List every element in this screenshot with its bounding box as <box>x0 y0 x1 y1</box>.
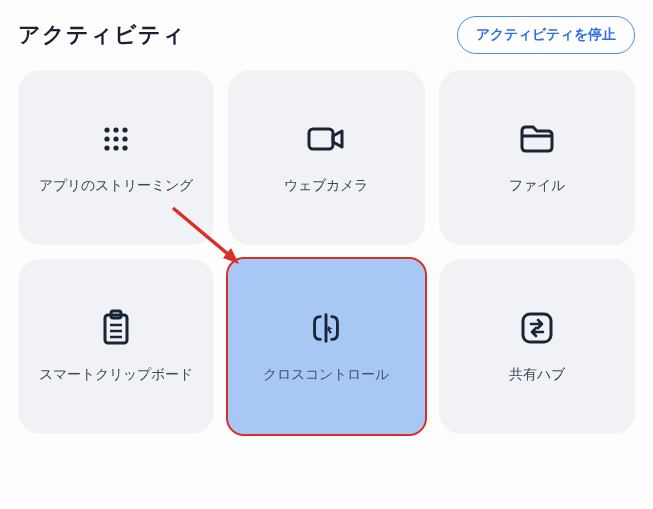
camera-icon <box>306 119 346 159</box>
header: アクティビティ アクティビティを停止 <box>0 0 653 62</box>
stop-activity-button[interactable]: アクティビティを停止 <box>457 16 635 54</box>
tile-smart-clipboard[interactable]: スマートクリップボード <box>18 259 214 434</box>
svg-point-7 <box>114 145 119 150</box>
folder-icon <box>517 119 557 159</box>
svg-point-8 <box>123 145 128 150</box>
clipboard-icon <box>96 308 136 348</box>
tile-label: スマートクリップボード <box>39 364 193 385</box>
tile-webcam[interactable]: ウェブカメラ <box>228 70 424 245</box>
app-grid-icon <box>96 119 136 159</box>
svg-point-4 <box>114 136 119 141</box>
tile-label: ウェブカメラ <box>284 175 368 196</box>
tile-label: アプリのストリーミング <box>39 175 193 196</box>
cross-control-icon <box>306 308 346 348</box>
svg-point-2 <box>123 127 128 132</box>
tile-file[interactable]: ファイル <box>439 70 635 245</box>
svg-rect-9 <box>309 129 333 149</box>
page-title: アクティビティ <box>18 20 186 50</box>
tile-app-streaming[interactable]: アプリのストリーミング <box>18 70 214 245</box>
tile-label: クロスコントロール <box>263 364 389 385</box>
swap-icon <box>517 308 557 348</box>
svg-point-5 <box>123 136 128 141</box>
svg-point-6 <box>105 145 110 150</box>
tile-cross-control[interactable]: クロスコントロール <box>228 259 424 434</box>
tile-label: ファイル <box>509 175 565 196</box>
svg-point-1 <box>114 127 119 132</box>
activity-grid: アプリのストリーミング ウェブカメラ ファイル <box>0 62 653 452</box>
tile-label: 共有ハブ <box>509 364 565 385</box>
tile-share-hub[interactable]: 共有ハブ <box>439 259 635 434</box>
svg-point-3 <box>105 136 110 141</box>
svg-point-0 <box>105 127 110 132</box>
